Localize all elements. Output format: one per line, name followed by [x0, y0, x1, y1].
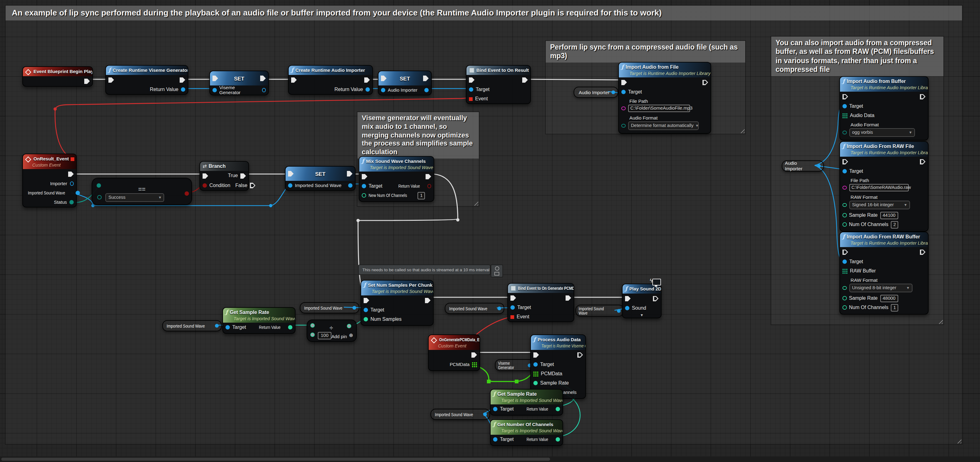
var-out-pin[interactable]: [262, 88, 266, 92]
return-value-pin[interactable]: [427, 184, 431, 188]
exec-out-pin[interactable]: [703, 79, 708, 85]
comment-outer-header[interactable]: An example of lip sync performed during …: [6, 6, 962, 21]
exec-in-pin[interactable]: [469, 77, 474, 83]
exec-in-pin[interactable]: [533, 352, 539, 358]
node-on-generate-pcmdata-event[interactable]: OnGeneratePCMData_Event Custom Event PCM…: [428, 334, 480, 371]
exec-out-pin[interactable]: [84, 78, 90, 84]
variable-pill-audio-importer[interactable]: Audio Importer: [782, 160, 824, 171]
expand-node-chevron[interactable]: ▾: [622, 313, 661, 318]
num-channels-field[interactable]: 1: [417, 192, 425, 199]
variable-pill-imported-sound-wave[interactable]: Imported Sound Wave: [576, 305, 624, 316]
comment-mp3-header[interactable]: Perform lip sync from a compressed audio…: [546, 41, 745, 62]
raw-format-pin[interactable]: [843, 203, 846, 207]
exec-out-pin[interactable]: [68, 171, 74, 177]
num-channels-pin[interactable]: [843, 306, 846, 310]
node-bind-event-to-on-generate-pcmdata[interactable]: Bind Event to On Generate PCMData Target…: [508, 283, 574, 322]
audio-data-array-pin[interactable]: [843, 113, 848, 118]
node-import-audio-from-raw-file[interactable]: ƒ Import Audio From RAW File Target is R…: [839, 141, 929, 232]
node-play-sound-2d[interactable]: ƒ Play Sound 2D Sound ▾: [622, 284, 662, 318]
node-set-audio-importer[interactable]: SET Audio Importer: [378, 71, 432, 95]
exec-out-pin[interactable]: [578, 352, 583, 358]
comment-resize-handle[interactable]: [956, 438, 961, 443]
var-out-pin[interactable]: [817, 164, 821, 168]
target-pin[interactable]: [843, 259, 847, 264]
target-pin[interactable]: [362, 184, 366, 188]
variable-pill-imported-sound-wave[interactable]: Imported Sound Wave: [300, 302, 359, 313]
horizontal-scrollbar[interactable]: [0, 456, 980, 462]
raw-format-dropdown[interactable]: Signed 16-bit integer▾: [849, 201, 910, 209]
status-pin[interactable]: [69, 200, 74, 204]
target-pin[interactable]: [843, 169, 847, 173]
bool-out-pin[interactable]: [185, 191, 189, 196]
exec-out-pin[interactable]: [426, 174, 431, 179]
exec-out-pin[interactable]: [920, 249, 926, 255]
file-path-pin[interactable]: [621, 106, 625, 111]
sample-rate-field[interactable]: 48000: [880, 294, 898, 302]
var-in-pin[interactable]: [288, 183, 293, 187]
return-value-pin[interactable]: [556, 437, 560, 441]
exec-in-pin[interactable]: [364, 298, 369, 303]
enum-in-pin[interactable]: [97, 183, 101, 187]
node-comment-bubble[interactable]: This needs to be called so that audio is…: [358, 264, 491, 275]
enum-value-dropdown[interactable]: Success▾: [105, 193, 164, 202]
node-set-imported-sound-wave[interactable]: SET Imported Sound Wave: [285, 166, 356, 191]
return-value-pin[interactable]: [556, 407, 560, 411]
file-path-field[interactable]: C:\Folder\SomeRAWAudio.raw: [849, 184, 908, 191]
node-event-begin-play[interactable]: Event Blueprint Begin Play: [22, 66, 93, 87]
var-in-pin[interactable]: [381, 88, 385, 92]
delegate-pin[interactable]: [71, 157, 74, 161]
exec-out-pin[interactable]: [471, 352, 477, 358]
node-import-audio-from-raw-buffer[interactable]: ƒ Import Audio From RAW Buffer Target is…: [839, 232, 929, 314]
node-create-runtime-audio-importer[interactable]: ƒ Create Runtime Audio Importer Return V…: [288, 65, 373, 95]
divisor-pin[interactable]: [310, 333, 315, 337]
sample-rate-field[interactable]: 44100: [880, 211, 898, 219]
new-num-channels-pin[interactable]: [362, 194, 366, 198]
variable-pill-imported-sound-wave[interactable]: Imported Sound Wave: [162, 320, 222, 331]
exec-out-pin[interactable]: [653, 296, 659, 301]
target-pin[interactable]: [364, 308, 368, 312]
num-channels-field[interactable]: 2: [891, 221, 898, 228]
pcmdata-array-pin[interactable]: [533, 371, 538, 376]
num-channels-pin[interactable]: [843, 223, 846, 227]
node-on-result-event[interactable]: OnResult_Event Custom Event Importer Imp…: [22, 154, 77, 208]
sample-rate-pin[interactable]: [533, 381, 538, 385]
event-delegate-pin[interactable]: [511, 315, 514, 319]
node-bind-event-to-on-result[interactable]: Bind Event to On Result Target Event: [466, 65, 531, 104]
target-pin[interactable]: [493, 437, 498, 441]
node-divide[interactable]: ÷ 100 Add pin ⊕: [307, 319, 357, 342]
exec-in-pin[interactable]: [511, 295, 516, 301]
sample-rate-pin[interactable]: [843, 213, 846, 218]
exec-in-pin[interactable]: [362, 174, 368, 179]
node-set-viseme-generator[interactable]: SET Viseme Generator: [209, 71, 269, 95]
raw-format-dropdown[interactable]: Unsigned 8-bit integer▾: [849, 284, 912, 292]
node-create-runtime-viseme-generator[interactable]: ƒ Create Runtime Viseme Generator Return…: [105, 65, 188, 95]
var-out-pin[interactable]: [215, 324, 219, 328]
comment-bubble-controls[interactable]: [491, 264, 503, 278]
comment-resize-handle[interactable]: [473, 200, 478, 206]
target-pin[interactable]: [511, 305, 515, 310]
variable-pill-viseme-generator[interactable]: Viseme Generator: [495, 359, 535, 371]
var-out-pin[interactable]: [353, 306, 356, 310]
dividend-pin[interactable]: [310, 323, 315, 328]
add-pin-label[interactable]: Add pin: [331, 334, 347, 340]
exec-out-pin[interactable]: [920, 94, 926, 99]
target-pin[interactable]: [843, 104, 847, 108]
exec-in-pin[interactable]: [843, 94, 848, 99]
variable-pill-imported-sound-wave[interactable]: Imported Sound Wave: [445, 303, 504, 314]
target-pin[interactable]: [533, 362, 538, 367]
pin-bubble-icon[interactable]: [495, 266, 499, 271]
exec-out-pin[interactable]: [364, 77, 370, 83]
enum-value-pin[interactable]: [97, 195, 101, 199]
variable-pill-audio-importer[interactable]: Audio Importer: [574, 87, 618, 98]
result-pin[interactable]: [347, 324, 351, 328]
comment-resize-handle[interactable]: [739, 128, 745, 133]
exec-out-pin[interactable]: [180, 77, 185, 83]
var-in-pin[interactable]: [213, 88, 217, 92]
importer-pin[interactable]: [70, 182, 74, 186]
divisor-field[interactable]: 100: [318, 332, 331, 340]
exec-in-pin[interactable]: [625, 296, 631, 301]
file-path-field[interactable]: C:\Folder\SomeAudioFile.mp3: [628, 105, 690, 112]
raw-format-pin[interactable]: [843, 286, 846, 290]
target-pin[interactable]: [469, 87, 473, 92]
comment-resize-handle[interactable]: [937, 318, 943, 324]
